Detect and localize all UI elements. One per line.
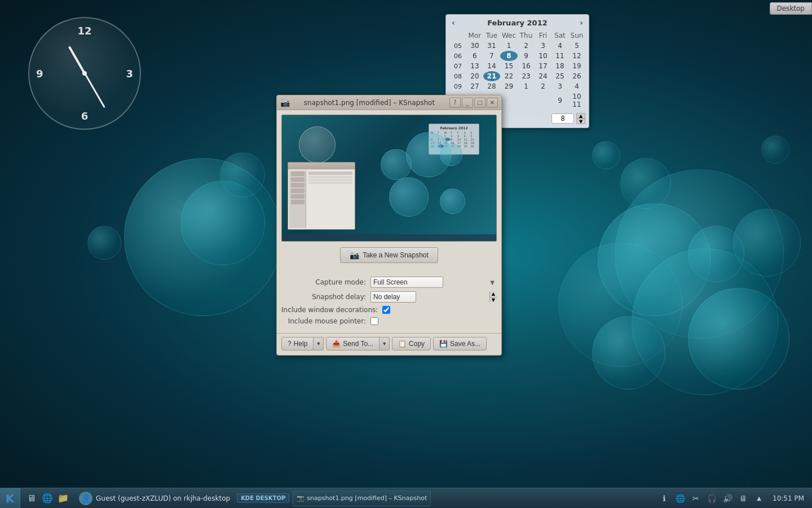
cal-day[interactable]: 19 <box>568 61 585 71</box>
preview-content <box>307 170 354 228</box>
cal-day[interactable]: 24 <box>535 71 551 81</box>
preview-sidebar-item <box>291 194 304 199</box>
take-snapshot-button[interactable]: 📷 Take a New Snapshot <box>340 247 438 263</box>
cal-day[interactable]: 27 <box>466 81 483 91</box>
clock-12: 12 <box>77 25 91 37</box>
cal-day[interactable]: 25 <box>551 71 568 81</box>
include-decorations-row: Include window decorations: <box>281 306 497 314</box>
cal-day <box>500 91 518 110</box>
kde-start-button[interactable]: K <box>0 488 20 509</box>
cal-day[interactable]: 12 <box>568 51 585 61</box>
active-window-task[interactable]: 📷 snapshot1.png [modified] – KSnapshot <box>293 491 431 506</box>
capture-mode-select[interactable]: Full Screen Window Under Cursor Region <box>370 277 443 288</box>
cal-sun-header: Sun <box>568 30 585 41</box>
taskbar: K 🖥 🌐 📁 👤 Guest (guest-zXZLUD) on rkjha-… <box>0 488 812 508</box>
cal-day[interactable]: 6 <box>466 51 483 61</box>
systray-up-icon[interactable]: ▲ <box>752 492 766 505</box>
cal-day[interactable]: 4 <box>551 41 568 51</box>
bubble-decoration-3 <box>220 152 265 198</box>
systray-scissors-icon[interactable]: ✂ <box>689 492 703 505</box>
bubble-decoration-11 <box>620 158 671 209</box>
systray-headset-icon[interactable]: 🎧 <box>705 492 718 505</box>
calendar-time-down[interactable]: ▼ <box>576 119 585 124</box>
cal-day[interactable]: 4 <box>568 81 585 91</box>
week-num-07: 07 <box>449 61 466 71</box>
taskbar-icon-2[interactable]: 🌐 <box>41 492 54 505</box>
help-icon: ? <box>288 340 292 348</box>
desktop-button[interactable]: Desktop <box>770 2 813 15</box>
window-help-btn[interactable]: ? <box>449 98 461 108</box>
cal-day-8-highlighted[interactable]: 8 <box>500 51 518 61</box>
preview-clock <box>299 126 336 163</box>
systray-network-icon[interactable]: 🌐 <box>673 492 687 505</box>
cal-day[interactable]: 2 <box>518 41 535 51</box>
cal-day[interactable]: 18 <box>551 61 568 71</box>
cal-day[interactable]: 22 <box>500 71 518 81</box>
taskbar-clock[interactable]: 10:51 PM <box>769 494 807 502</box>
cal-day[interactable]: 29 <box>500 81 518 91</box>
calendar-next-btn[interactable]: › <box>577 18 585 27</box>
cal-day[interactable]: 30 <box>466 41 483 51</box>
send-to-dropdown-btn[interactable]: ▼ <box>379 337 390 351</box>
calendar-time-input[interactable] <box>551 113 574 124</box>
cal-day[interactable]: 16 <box>518 61 535 71</box>
cal-day[interactable]: 23 <box>518 71 535 81</box>
preview-sidebar <box>289 170 306 228</box>
cal-day[interactable]: 9 <box>551 91 568 110</box>
window-maximize-btn[interactable]: □ <box>474 98 486 108</box>
cal-day[interactable]: 10 <box>535 51 551 61</box>
cal-day[interactable]: 5 <box>568 41 585 51</box>
window-minimize-btn[interactable]: _ <box>462 98 473 108</box>
cal-day[interactable]: 20 <box>466 71 483 81</box>
task-icon: 📷 <box>297 494 304 502</box>
week-num-09: 09 <box>449 81 466 91</box>
calendar-prev-btn[interactable]: ‹ <box>449 18 457 27</box>
systray-volume-icon[interactable]: 🔊 <box>721 492 734 505</box>
cal-day[interactable]: 10 11 <box>568 91 585 110</box>
cal-day[interactable]: 15 <box>500 61 518 71</box>
calendar-time-up[interactable]: ▲ <box>576 113 585 119</box>
cal-day[interactable]: 13 <box>466 61 483 71</box>
cal-day[interactable]: 2 <box>535 81 551 91</box>
taskbar-icon-1[interactable]: 🖥 <box>25 492 38 505</box>
calendar-week-5: 09 27 28 29 1 2 3 4 <box>449 81 585 91</box>
cal-day[interactable]: 28 <box>483 81 500 91</box>
calendar-time-spinner: ▲ ▼ <box>576 113 585 124</box>
cal-week-col-header <box>449 30 466 41</box>
delay-down-btn[interactable]: ▼ <box>490 297 497 303</box>
cal-day[interactable]: 3 <box>551 81 568 91</box>
cal-day[interactable]: 14 <box>483 61 500 71</box>
snapshot-delay-select[interactable]: No delay 1 second 2 seconds <box>370 291 416 303</box>
window-body: February 2012 MTWTFSS 12345 6789101112 1… <box>277 110 501 333</box>
window-close-btn[interactable]: ✕ <box>487 98 498 108</box>
cal-day[interactable]: 26 <box>568 71 585 81</box>
ksnapshot-window: 📷 snapshot1.png [modified] – KSnapshot ?… <box>276 95 502 356</box>
save-as-button[interactable]: 💾 Save As... <box>433 337 487 351</box>
cal-day[interactable]: 1 <box>500 41 518 51</box>
taskbar-icon-3[interactable]: 📁 <box>56 492 70 505</box>
systray-monitor-icon[interactable]: 🖥 <box>736 492 750 505</box>
cal-day[interactable]: 11 <box>551 51 568 61</box>
kde-desktop-label: KDE DESKTOP <box>241 495 285 501</box>
copy-button[interactable]: 📋 Copy <box>392 337 431 351</box>
cal-day-today[interactable]: 21 <box>483 71 500 81</box>
cal-day[interactable]: 1 <box>518 81 535 91</box>
systray-info-icon[interactable]: ℹ <box>657 492 671 505</box>
include-pointer-checkbox[interactable] <box>370 317 378 325</box>
window-action-buttons: ? Help ▼ 📤 Send To... ▼ 📋 Copy 💾 <box>277 333 501 355</box>
taskbar-user-info: 👤 Guest (guest-zXZLUD) on rkjha-desktop <box>74 492 235 505</box>
cal-day[interactable]: 3 <box>535 41 551 51</box>
week-num-08: 08 <box>449 71 466 81</box>
cal-day[interactable]: 31 <box>483 41 500 51</box>
cal-day[interactable]: 7 <box>483 51 500 61</box>
send-to-button[interactable]: 📤 Send To... <box>326 337 379 351</box>
cal-day[interactable]: 9 <box>518 51 535 61</box>
include-decorations-checkbox[interactable] <box>382 306 390 314</box>
cal-day[interactable]: 17 <box>535 61 551 71</box>
help-button[interactable]: ? Help <box>281 337 314 351</box>
help-dropdown-btn[interactable]: ▼ <box>314 337 324 351</box>
preview-win-body <box>288 169 355 229</box>
copy-label: Copy <box>409 340 425 348</box>
delay-up-btn[interactable]: ▲ <box>490 291 497 297</box>
week-num-06: 06 <box>449 51 466 61</box>
